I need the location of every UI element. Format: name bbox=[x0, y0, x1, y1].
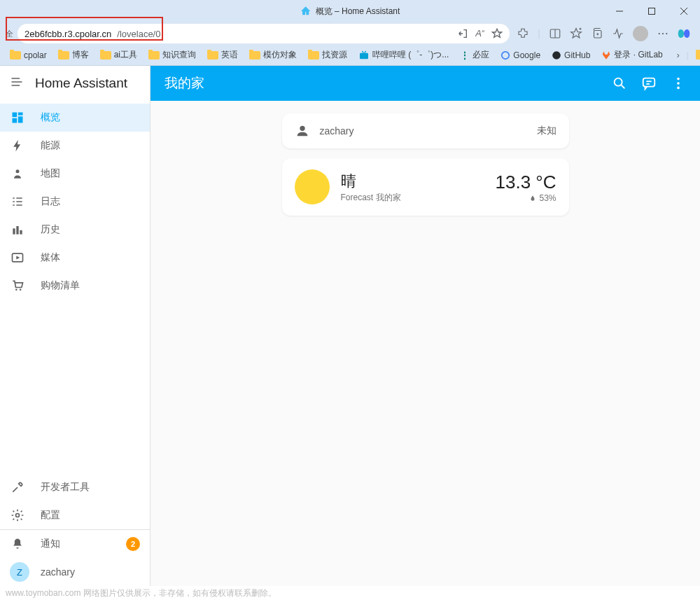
other-bookmarks-folder[interactable]: 其他收藏夹 bbox=[692, 48, 700, 62]
sidebar-item-label: 历史 bbox=[41, 223, 60, 236]
bookmark-item[interactable]: 登录 · GitLab bbox=[597, 48, 666, 62]
bookmark-item[interactable]: cpolar bbox=[6, 49, 51, 62]
svg-rect-20 bbox=[18, 116, 23, 123]
profile-avatar[interactable] bbox=[633, 26, 648, 41]
overflow-menu-icon[interactable] bbox=[671, 76, 686, 91]
assist-icon[interactable] bbox=[641, 76, 657, 91]
svg-rect-17 bbox=[13, 113, 18, 118]
google-icon bbox=[500, 50, 510, 60]
search-hint-icon[interactable] bbox=[457, 28, 468, 39]
svg-point-34 bbox=[677, 78, 680, 81]
sidebar-item-logbook[interactable]: 日志 bbox=[0, 188, 150, 216]
header-title: 我的家 bbox=[164, 74, 204, 92]
folder-icon bbox=[10, 51, 21, 60]
bookmark-item[interactable]: 知识查询 bbox=[144, 48, 200, 62]
sidebar-item-media[interactable]: 媒体 bbox=[0, 244, 150, 272]
sidebar-item-devtools[interactable]: 开发者工具 bbox=[0, 473, 150, 501]
bookmark-item[interactable]: 博客 bbox=[54, 48, 93, 62]
svg-point-13 bbox=[666, 33, 667, 34]
weather-forecast-label: Forecast 我的家 bbox=[341, 192, 401, 204]
sidebar-item-user[interactable]: Z zachary bbox=[0, 558, 150, 586]
bookmark-item[interactable]: 英语 bbox=[203, 48, 242, 62]
sidebar-item-shopping[interactable]: 购物清单 bbox=[0, 272, 150, 300]
dashboard-icon bbox=[10, 111, 25, 125]
text-size-icon[interactable]: A» bbox=[475, 28, 484, 39]
sun-icon bbox=[295, 169, 330, 204]
window-maximize-button[interactable] bbox=[636, 0, 668, 22]
window-minimize-button[interactable] bbox=[603, 0, 636, 22]
bing-icon: ⋮ bbox=[460, 50, 470, 61]
menu-toggle-button[interactable] bbox=[10, 75, 24, 92]
folder-icon bbox=[207, 51, 218, 60]
folder-icon bbox=[308, 51, 319, 60]
bookmark-item[interactable]: 找资源 bbox=[304, 48, 351, 62]
sidebar-item-config[interactable]: 配置 bbox=[0, 501, 150, 529]
svg-point-16 bbox=[552, 51, 561, 60]
svg-rect-24 bbox=[20, 230, 22, 235]
sidebar-item-energy[interactable]: 能源 bbox=[0, 132, 150, 160]
watermark-footer: www.toymoban.com 网络图片仅供展示，非存储，如有侵权请联系删除。 bbox=[0, 586, 700, 600]
sidebar-item-history[interactable]: 历史 bbox=[0, 216, 150, 244]
sidebar-user-label: zachary bbox=[41, 566, 75, 578]
person-icon bbox=[295, 123, 310, 139]
person-card[interactable]: zachary 未知 bbox=[282, 113, 569, 148]
sidebar-item-label: 地图 bbox=[41, 167, 60, 180]
sidebar-item-label: 购物清单 bbox=[41, 279, 80, 292]
sidebar-title: Home Assistant bbox=[35, 76, 127, 91]
url-path: /lovelace/0 bbox=[117, 29, 160, 39]
svg-rect-14 bbox=[360, 53, 368, 59]
folder-icon bbox=[58, 51, 69, 60]
bookmark-item[interactable]: ⋮必应 bbox=[456, 48, 493, 62]
extensions-icon[interactable] bbox=[517, 27, 529, 40]
cog-icon bbox=[10, 508, 25, 522]
sidebar-item-label: 媒体 bbox=[41, 251, 60, 264]
performance-icon[interactable] bbox=[612, 27, 624, 40]
bookmarks-overflow-button[interactable]: › bbox=[673, 50, 684, 60]
weather-card[interactable]: 晴 Forecast 我的家 13.3 °C 53% bbox=[282, 158, 569, 216]
bookmark-item[interactable]: ai工具 bbox=[96, 48, 141, 62]
security-prefix: 全 bbox=[6, 29, 13, 39]
window-close-button[interactable] bbox=[668, 0, 700, 22]
sidebar-item-label: 能源 bbox=[41, 139, 60, 152]
svg-line-30 bbox=[622, 85, 625, 89]
bookmarks-bar: cpolar 博客 ai工具 知识查询 英语 模仿对象 找资源 哔哩哔哩 (゜-… bbox=[0, 45, 700, 66]
sidebar-item-overview[interactable]: 概览 bbox=[0, 104, 150, 132]
bilibili-icon bbox=[358, 50, 370, 61]
weather-humidity: 53% bbox=[495, 193, 556, 203]
more-icon[interactable] bbox=[657, 27, 669, 40]
logbook-icon bbox=[10, 195, 25, 209]
svg-point-35 bbox=[677, 82, 680, 85]
folder-icon bbox=[696, 51, 700, 60]
svg-point-26 bbox=[15, 289, 17, 291]
media-icon bbox=[10, 251, 25, 265]
split-screen-icon[interactable] bbox=[549, 27, 561, 40]
favorites-icon[interactable] bbox=[570, 27, 582, 40]
sidebar-item-label: 通知 bbox=[41, 538, 60, 550]
svg-point-37 bbox=[300, 126, 304, 131]
app-header: 我的家 bbox=[150, 66, 700, 101]
svg-point-36 bbox=[677, 87, 680, 90]
sidebar-item-label: 概览 bbox=[41, 111, 60, 124]
search-icon[interactable] bbox=[612, 76, 627, 91]
bookmark-item[interactable]: GitHub bbox=[547, 49, 594, 62]
bookmark-item[interactable]: Google bbox=[496, 49, 545, 62]
address-input[interactable]: 2eb6fcbb.r3.cpolar.cn/lovelace/0 A» bbox=[18, 24, 510, 43]
svg-rect-18 bbox=[18, 113, 23, 116]
bookmark-item[interactable]: 模仿对象 bbox=[245, 48, 301, 62]
folder-icon bbox=[249, 51, 260, 60]
window-titlebar: 概览 – Home Assistant bbox=[0, 0, 700, 22]
sidebar-item-label: 日志 bbox=[41, 195, 60, 208]
notification-badge: 2 bbox=[126, 537, 140, 551]
sidebar-item-map[interactable]: 地图 bbox=[0, 160, 150, 188]
url-host: 2eb6fcbb.r3.cpolar.cn bbox=[24, 29, 111, 39]
svg-rect-23 bbox=[16, 226, 18, 235]
window-title: 概览 – Home Assistant bbox=[316, 6, 400, 18]
bell-icon bbox=[10, 537, 25, 551]
favorite-star-icon[interactable] bbox=[491, 28, 503, 39]
folder-icon bbox=[148, 51, 160, 60]
bookmark-item[interactable]: 哔哩哔哩 (゜-゜)つ... bbox=[354, 48, 453, 62]
copilot-icon[interactable] bbox=[678, 27, 690, 40]
sidebar-item-label: 配置 bbox=[41, 509, 60, 522]
collections-icon[interactable] bbox=[591, 27, 603, 40]
sidebar-item-notifications[interactable]: 通知 2 bbox=[0, 530, 150, 558]
